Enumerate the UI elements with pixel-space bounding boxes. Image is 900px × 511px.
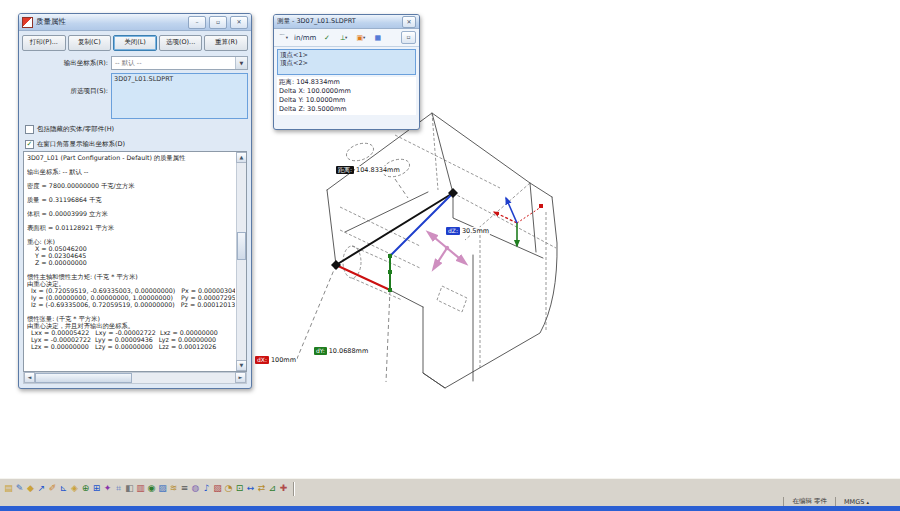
measure-tool-icon[interactable]: in/mm: [293, 30, 317, 45]
output-coordinate-dropdown[interactable]: -- 默认 -- ▼: [111, 56, 248, 70]
tool-icon[interactable]: ◧: [124, 482, 135, 495]
selected-items-label: 所选项目(S):: [22, 73, 111, 96]
tool-icon[interactable]: ◈: [69, 482, 80, 495]
selection-item[interactable]: 顶点<2>: [280, 59, 413, 67]
measure-tool-icon[interactable]: ⟂ ▾: [336, 30, 351, 45]
measure-dialog[interactable]: 测量 - 3D07_L01.SLDPRT ✕ ⌒ ▾ in/mm ✓ ⟂ ▾ ▣…: [273, 14, 420, 130]
scroll-left-icon[interactable]: ◄: [24, 372, 35, 383]
tool-icon[interactable]: ▤: [3, 482, 14, 495]
selected-items-listbox[interactable]: 3D07_L01.SLDPRT: [111, 73, 248, 119]
dz-value: 30.5mm: [461, 227, 490, 235]
copy-button[interactable]: 复制(C): [68, 35, 112, 51]
selected-item[interactable]: 3D07_L01.SLDPRT: [114, 75, 245, 83]
close-icon[interactable]: ✕: [402, 16, 416, 28]
scroll-right-icon[interactable]: ►: [235, 372, 246, 383]
options-button[interactable]: 选项(O)...: [159, 35, 203, 51]
vertical-scrollbar[interactable]: ▲ ▼: [236, 152, 246, 371]
recalculate-button[interactable]: 重算(R): [204, 35, 248, 51]
mass-properties-icon: [22, 17, 33, 28]
close-button[interactable]: ✕: [230, 16, 248, 29]
tool-icon[interactable]: ≋: [168, 482, 179, 495]
report-line: Ix = (0.72059519, -0.69335003, 0.0000000…: [27, 287, 235, 294]
tool-icon[interactable]: ♪: [201, 482, 212, 495]
report-line: 重心: (米): [27, 238, 235, 245]
scrollbar-thumb[interactable]: [237, 232, 246, 260]
tool-icon[interactable]: ⌗: [113, 482, 124, 495]
scroll-down-icon[interactable]: ▼: [236, 360, 247, 371]
report-line: Y = 0.02304645: [27, 252, 235, 259]
tool-icon[interactable]: ≡: [179, 482, 190, 495]
expand-icon[interactable]: ▫: [401, 31, 416, 44]
checkbox-hidden-bodies-label: 包括隐藏的实体/零部件(H): [37, 125, 114, 134]
units-selector[interactable]: MMGS ▴: [835, 497, 900, 506]
distance-tag: 距离:: [336, 166, 354, 174]
tool-icon[interactable]: ↗: [36, 482, 47, 495]
measure-results: 距离: 104.8334mmDelta X: 100.0000mmDelta Y…: [277, 77, 416, 115]
mass-dialog-buttons: 打印(P)... 复制(C) 关闭(L) 选项(O)... 重算(R): [19, 31, 251, 53]
mass-properties-titlebar[interactable]: 质量属性 – ▫ ✕: [19, 14, 251, 31]
tool-icon[interactable]: ⊾: [58, 482, 69, 495]
report-line: [27, 189, 235, 196]
measure-tool-icon[interactable]: ▦: [370, 30, 385, 45]
tool-icon[interactable]: ◔: [223, 482, 234, 495]
tool-icon[interactable]: ▧: [212, 482, 223, 495]
measure-result-line: Delta Z: 30.5000mm: [279, 105, 414, 114]
tool-icon[interactable]: ▨: [157, 482, 168, 495]
mass-report-area[interactable]: 3D07_L01 (Part Configuration - Default) …: [23, 151, 247, 372]
dx-callout: dX: 100mm: [255, 356, 297, 364]
measure-tool-icon[interactable]: ▣ ▾: [353, 30, 368, 45]
tools-toolbar: ▤✎◆↗✐⊾◈⊕⊞✦⌗◧▥◉▨≋≡◍♪▧◔⊡↔⇄⊿✚: [0, 478, 900, 499]
tool-icon[interactable]: ↔: [245, 482, 256, 495]
chevron-down-icon[interactable]: ▼: [235, 57, 247, 69]
measure-tool-icon[interactable]: ✓: [319, 30, 334, 45]
measure-tool-icon[interactable]: ⌒ ▾: [276, 30, 291, 45]
tool-icon[interactable]: ✦: [102, 482, 113, 495]
dz-tag: dZ:: [446, 227, 460, 235]
solidworks-canvas: { "colors":{"accent_blue":"#3c7fb1","sel…: [0, 0, 900, 511]
tool-icon[interactable]: ⊞: [91, 482, 102, 495]
output-coordinate-label: 输出坐标系(R):: [22, 59, 111, 68]
restore-button[interactable]: ▫: [209, 16, 227, 29]
report-line: X = 0.05046200: [27, 245, 235, 252]
report-line: Lxx = 0.00005422 Lxy = -0.00002722 Lxz =…: [27, 329, 235, 336]
tool-icon[interactable]: ✚: [278, 482, 289, 495]
report-line: [27, 203, 235, 210]
tool-icon[interactable]: ⇄: [256, 482, 267, 495]
tool-icon[interactable]: ✎: [14, 482, 25, 495]
triad-manipulator[interactable]: [429, 233, 465, 268]
measure-toolbar: ⌒ ▾ in/mm ✓ ⟂ ▾ ▣ ▾ ▦: [274, 29, 419, 47]
minimize-button[interactable]: –: [188, 16, 206, 29]
report-line: [27, 217, 235, 224]
distance-callout: 距离: 104.8334mm: [336, 166, 401, 174]
checkbox-row[interactable]: ✓ 在窗口角落显示输出坐标系(D): [25, 140, 245, 149]
selection-item[interactable]: 顶点<1>: [280, 51, 413, 59]
measure-selection-list[interactable]: 顶点<1>顶点<2>: [277, 49, 416, 75]
tool-icon[interactable]: ◆: [25, 482, 36, 495]
tool-icon[interactable]: ⊡: [234, 482, 245, 495]
report-line: 质量 = 0.31196864 千克: [27, 196, 235, 203]
checkbox-hidden-bodies[interactable]: [25, 125, 34, 134]
status-bar: 在编辑 零件 MMGS ▴: [0, 497, 900, 506]
report-line: 由重心决定。: [27, 280, 235, 287]
dialog-title: 质量属性: [36, 17, 185, 27]
checkbox-row[interactable]: 包括隐藏的实体/零部件(H): [25, 125, 245, 134]
horizontal-scrollbar[interactable]: ◄ ►: [23, 372, 247, 384]
dy-value: 10.0688mm: [328, 347, 370, 355]
tool-icon[interactable]: ⊕: [80, 482, 91, 495]
close-dialog-button[interactable]: 关闭(L): [113, 35, 157, 51]
tool-icon[interactable]: ◍: [190, 482, 201, 495]
tool-icon[interactable]: ◉: [146, 482, 157, 495]
output-coordinate-value: -- 默认 --: [112, 59, 235, 68]
scrollbar-thumb[interactable]: [35, 373, 132, 383]
measure-titlebar[interactable]: 测量 - 3D07_L01.SLDPRT ✕: [274, 15, 419, 29]
tool-icon[interactable]: ▥: [135, 482, 146, 495]
print-button[interactable]: 打印(P)...: [22, 35, 66, 51]
checkbox-show-coordinate[interactable]: ✓: [25, 140, 34, 149]
scroll-up-icon[interactable]: ▲: [236, 152, 247, 163]
tool-icon[interactable]: ⊿: [267, 482, 278, 495]
units-dropdown-arrow-icon[interactable]: ▴: [866, 499, 869, 505]
mass-properties-dialog[interactable]: 质量属性 – ▫ ✕ 打印(P)... 复制(C) 关闭(L) 选项(O)...…: [18, 13, 252, 389]
report-line: 惯性张量: (千克 * 平方米): [27, 315, 235, 322]
tool-icon[interactable]: ✐: [47, 482, 58, 495]
measure-result-line: Delta Y: 10.0000mm: [279, 96, 414, 105]
